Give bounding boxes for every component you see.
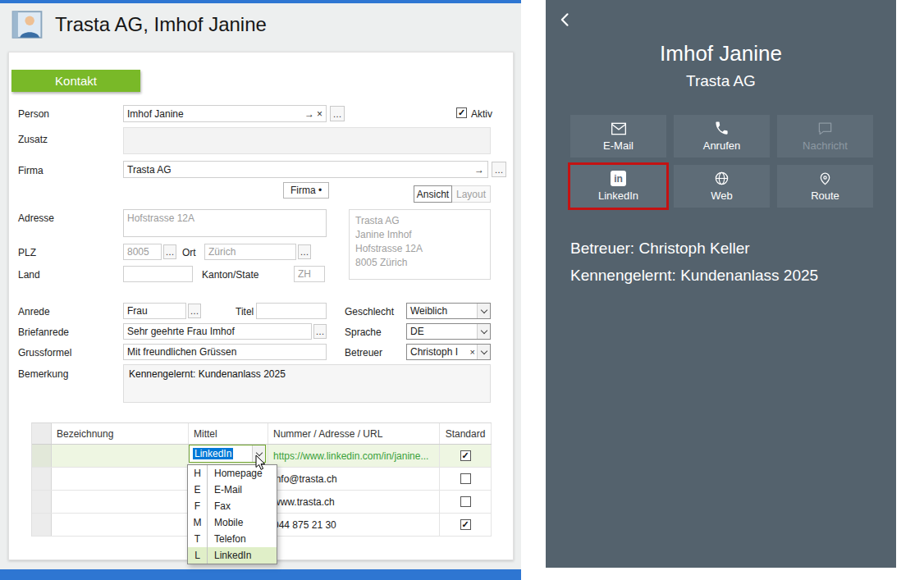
person-label: Person: [18, 108, 49, 120]
row-selector[interactable]: [32, 468, 52, 490]
tab-layout[interactable]: Layout: [452, 185, 491, 203]
chat-icon: [817, 121, 833, 136]
geschlecht-select[interactable]: Weiblich: [406, 303, 491, 319]
col-standard[interactable]: Standard: [440, 423, 492, 444]
mittel-dropdown: H Homepage E E-Mail F Fax M Mobile T Tel…: [187, 464, 277, 564]
action-label: Nachricht: [803, 139, 848, 152]
anrede-field[interactable]: Frau: [123, 303, 186, 319]
location-pin-icon: [817, 171, 833, 186]
cell-bezeichnung[interactable]: [52, 491, 189, 513]
tab-kontakt[interactable]: Kontakt: [11, 70, 140, 92]
land-field[interactable]: [123, 266, 193, 282]
geschlecht-label: Geschlecht: [345, 306, 394, 317]
mittel-select[interactable]: LinkedIn: [189, 445, 266, 463]
address-type-button[interactable]: Firma •: [283, 182, 329, 199]
cell-bezeichnung[interactable]: [52, 514, 189, 536]
clear-icon[interactable]: ×: [469, 347, 477, 357]
aktiv-checkbox[interactable]: ✓: [456, 107, 467, 118]
back-button[interactable]: [556, 10, 575, 30]
chevron-down-icon[interactable]: [477, 345, 490, 359]
preview-line: Hofstrasse 12A: [355, 242, 484, 256]
standard-checkbox[interactable]: ✓: [460, 519, 471, 530]
firma-lookup-button[interactable]: …: [492, 162, 506, 177]
titel-label: Titel: [236, 306, 254, 317]
row-selector[interactable]: [32, 445, 52, 467]
anrede-lookup-button[interactable]: …: [188, 304, 201, 318]
bemerkung-field[interactable]: Kennengelernt: Kundenanlass 2025: [123, 364, 491, 403]
clear-icon[interactable]: ×: [317, 108, 322, 120]
betreuer-value: Christoph I: [407, 346, 469, 358]
geschlecht-value: Weiblich: [407, 305, 477, 317]
contact-info: Betreuer: Christoph Keller Kennengelernt…: [570, 235, 818, 289]
standard-checkbox[interactable]: ✓: [460, 450, 471, 461]
open-record-icon[interactable]: →: [304, 108, 314, 120]
kanton-field[interactable]: ZH: [294, 266, 325, 282]
dropdown-item-email[interactable]: E E-Mail: [188, 482, 277, 498]
cell-url[interactable]: https://www.linkedin.com/in/janine...: [268, 445, 440, 467]
row-selector[interactable]: [32, 491, 52, 513]
table-header-row: Bezeichnung Mittel Nummer / Adresse / UR…: [32, 423, 492, 445]
dropdown-label: LinkedIn: [208, 547, 277, 564]
adresse-field[interactable]: Hofstrasse 12A: [123, 209, 327, 237]
cell-standard[interactable]: ✓: [440, 514, 492, 536]
cell-standard[interactable]: [440, 491, 492, 513]
action-label: LinkedIn: [598, 190, 638, 202]
web-button[interactable]: Web: [674, 165, 770, 208]
chevron-down-icon[interactable]: [477, 304, 490, 318]
cell-bezeichnung[interactable]: [52, 468, 189, 490]
standard-checkbox[interactable]: [460, 473, 471, 484]
grussformel-field[interactable]: Mit freundlichen Grüssen: [123, 344, 327, 360]
cell-bezeichnung[interactable]: [52, 445, 189, 467]
briefanrede-label: Briefanrede: [18, 327, 69, 338]
cell-url[interactable]: info@trasta.ch: [268, 468, 440, 490]
betreuer-select[interactable]: Christoph I ×: [406, 344, 491, 360]
window-bottom-border: [0, 569, 521, 580]
open-record-icon[interactable]: →: [474, 164, 484, 176]
dropdown-item-fax[interactable]: F Fax: [188, 498, 277, 514]
ort-field[interactable]: Zürich: [204, 244, 296, 260]
preview-line: 8005 Zürich: [355, 256, 484, 270]
dropdown-item-telefon[interactable]: T Telefon: [188, 531, 277, 547]
briefanrede-field[interactable]: Sehr geehrte Frau Imhof: [123, 323, 312, 340]
ort-lookup-button[interactable]: …: [298, 244, 311, 259]
sprache-label: Sprache: [345, 327, 382, 338]
plz-lookup-button[interactable]: …: [163, 244, 176, 259]
sprache-select[interactable]: DE: [406, 323, 491, 340]
cell-url[interactable]: www.trasta.ch: [268, 491, 440, 513]
col-bezeichnung[interactable]: Bezeichnung: [52, 423, 189, 444]
dropdown-item-mobile[interactable]: M Mobile: [188, 514, 277, 531]
zusatz-label: Zusatz: [18, 134, 48, 145]
person-field[interactable]: Imhof Janine → ×: [123, 105, 327, 122]
cell-standard[interactable]: ✓: [440, 445, 492, 467]
standard-checkbox[interactable]: [460, 496, 471, 507]
mouse-cursor: [255, 454, 267, 471]
window-top-border: [0, 0, 521, 3]
col-mittel[interactable]: Mittel: [189, 423, 268, 444]
cell-standard[interactable]: [440, 468, 492, 490]
zusatz-field[interactable]: [123, 127, 491, 154]
firma-value: Trasta AG: [127, 164, 472, 176]
call-button[interactable]: Anrufen: [674, 115, 770, 158]
titel-field[interactable]: [256, 303, 327, 319]
action-label: Route: [811, 190, 839, 202]
firma-label: Firma: [18, 165, 43, 176]
aktiv-label: Aktiv: [471, 108, 492, 120]
sprache-value: DE: [407, 326, 477, 337]
chevron-down-icon[interactable]: [477, 324, 490, 339]
contact-name: Imhof Janine: [546, 41, 896, 66]
plz-label: PLZ: [18, 247, 36, 258]
person-lookup-button[interactable]: …: [330, 106, 345, 121]
plz-field[interactable]: 8005: [123, 244, 162, 260]
route-button[interactable]: Route: [777, 165, 873, 208]
firma-field[interactable]: Trasta AG →: [123, 161, 488, 178]
email-button[interactable]: E-Mail: [570, 115, 666, 158]
briefanrede-lookup-button[interactable]: …: [313, 324, 327, 339]
linkedin-button[interactable]: in LinkedIn: [570, 165, 666, 208]
adresse-value: Hofstrasse 12A: [127, 212, 322, 224]
cell-url[interactable]: 044 875 21 30: [268, 514, 440, 536]
tab-ansicht[interactable]: Ansicht: [414, 185, 452, 203]
row-selector[interactable]: [32, 514, 52, 536]
bemerkung-label: Bemerkung: [18, 368, 68, 380]
dropdown-item-linkedin[interactable]: L LinkedIn: [188, 547, 277, 564]
col-nummer[interactable]: Nummer / Adresse / URL: [268, 423, 440, 444]
